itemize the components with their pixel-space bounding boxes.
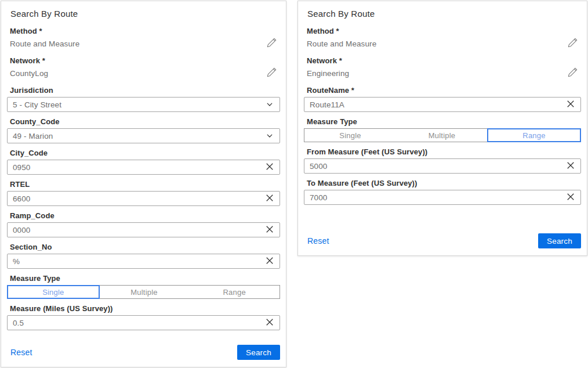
clear-from-measure-button[interactable] [566, 161, 575, 171]
close-icon [266, 163, 274, 172]
city-code-input-wrap [7, 160, 280, 175]
ramp-code-input[interactable] [13, 226, 262, 234]
panel-footer: Reset Search [7, 345, 280, 360]
rtel-input[interactable] [13, 194, 262, 203]
city-code-input[interactable] [13, 163, 262, 172]
edit-method-button[interactable] [266, 38, 277, 49]
search-by-route-screen: Search By Route Method * Route and Measu… [0, 0, 588, 368]
pencil-icon [267, 38, 277, 49]
search-button[interactable]: Search [237, 345, 280, 360]
measure-type-option-range[interactable]: Range [487, 128, 581, 142]
pencil-icon [267, 67, 277, 79]
search-panel-engineering: Search By Route Method * Route and Measu… [297, 1, 587, 256]
measure-type-option-multiple[interactable]: Multiple [396, 129, 488, 142]
clear-measure-button[interactable] [265, 318, 274, 327]
route-name-field: RouteName * [304, 85, 581, 112]
clear-section-no-button[interactable] [265, 257, 274, 266]
method-label: Method * [307, 26, 581, 36]
close-icon [266, 194, 274, 204]
clear-city-code-button[interactable] [265, 163, 274, 172]
measure-type-segmented-control: Single Multiple Range [7, 285, 280, 299]
city-code-field: City_Code [7, 148, 280, 175]
measure-label: Measure (Miles (US Survey)) [10, 304, 280, 313]
clear-to-measure-button[interactable] [566, 193, 575, 202]
from-measure-label: From Measure (Feet (US Survey)) [307, 147, 581, 157]
ramp-code-input-wrap [7, 222, 280, 237]
measure-type-option-single[interactable]: Single [7, 285, 100, 299]
county-code-selected-value: 49 - Marion [13, 132, 53, 140]
rtel-label: RTEL [10, 179, 280, 189]
close-icon [266, 225, 274, 235]
from-measure-field: From Measure (Feet (US Survey)) [304, 147, 581, 174]
panel-footer: Reset Search [304, 233, 581, 248]
section-no-field: Section_No [7, 242, 280, 269]
clear-route-name-button[interactable] [566, 100, 575, 109]
pencil-icon [568, 38, 578, 49]
method-field: Method * Route and Measure [304, 26, 581, 49]
rtel-input-wrap [7, 191, 280, 206]
close-icon [567, 161, 575, 171]
to-measure-label: To Measure (Feet (US Survey)) [307, 178, 581, 188]
county-code-field: County_Code 49 - Marion [7, 117, 280, 143]
clear-rtel-button[interactable] [265, 194, 274, 203]
route-name-label: RouteName * [307, 85, 581, 95]
route-name-input[interactable] [310, 100, 562, 109]
method-value: Route and Measure [10, 39, 79, 48]
county-code-select[interactable]: 49 - Marion [7, 128, 280, 143]
edit-network-button[interactable] [266, 68, 277, 78]
section-no-input-wrap [7, 254, 280, 269]
section-no-input[interactable] [13, 257, 262, 266]
ramp-code-label: Ramp_Code [10, 211, 280, 221]
measure-type-option-single[interactable]: Single [304, 129, 396, 142]
jurisdiction-field: Jurisdiction 5 - City Street [7, 85, 280, 112]
measure-type-field: Measure Type Single Multiple Range [7, 273, 280, 299]
measure-field: Measure (Miles (US Survey)) [7, 304, 280, 330]
method-label: Method * [10, 26, 280, 36]
measure-type-option-multiple[interactable]: Multiple [99, 286, 190, 298]
method-value: Route and Measure [307, 39, 376, 48]
measure-type-option-range[interactable]: Range [189, 286, 280, 298]
measure-type-field: Measure Type Single Multiple Range [304, 117, 581, 142]
ramp-code-field: Ramp_Code [7, 211, 280, 237]
chevron-down-icon [265, 100, 274, 109]
panel-title: Search By Route [307, 9, 581, 19]
route-name-input-wrap [304, 97, 581, 112]
measure-type-label: Measure Type [307, 117, 581, 127]
measure-input[interactable] [13, 319, 262, 327]
jurisdiction-label: Jurisdiction [10, 85, 280, 95]
close-icon [266, 318, 274, 328]
search-panel-countylog: Search By Route Method * Route and Measu… [1, 1, 286, 367]
rtel-field: RTEL [7, 179, 280, 206]
jurisdiction-selected-value: 5 - City Street [13, 100, 61, 109]
pencil-icon [568, 67, 578, 79]
reset-link[interactable]: Reset [10, 348, 32, 357]
county-code-label: County_Code [10, 117, 280, 127]
to-measure-input-wrap [304, 190, 581, 205]
close-icon [567, 193, 575, 203]
network-field: Network * CountyLog [7, 56, 280, 78]
network-label: Network * [307, 56, 581, 66]
panel-title: Search By Route [10, 9, 280, 19]
from-measure-input-wrap [304, 158, 581, 174]
measure-type-segmented-control: Single Multiple Range [304, 128, 581, 142]
edit-network-button[interactable] [567, 68, 578, 78]
to-measure-input[interactable] [310, 193, 562, 202]
section-no-label: Section_No [10, 242, 280, 252]
measure-type-label: Measure Type [10, 273, 280, 283]
jurisdiction-select[interactable]: 5 - City Street [7, 97, 280, 112]
chevron-down-icon [265, 131, 274, 140]
reset-link[interactable]: Reset [307, 236, 329, 246]
close-icon [567, 100, 575, 110]
network-field: Network * Engineering [304, 56, 581, 78]
network-value: Engineering [307, 69, 349, 78]
method-field: Method * Route and Measure [7, 26, 280, 49]
edit-method-button[interactable] [567, 38, 578, 49]
search-button[interactable]: Search [538, 233, 581, 248]
clear-ramp-code-button[interactable] [265, 225, 274, 234]
measure-input-wrap [7, 315, 280, 330]
city-code-label: City_Code [10, 148, 280, 158]
from-measure-input[interactable] [310, 162, 562, 171]
network-value: CountyLog [10, 69, 48, 78]
network-label: Network * [10, 56, 280, 66]
close-icon [266, 257, 274, 266]
